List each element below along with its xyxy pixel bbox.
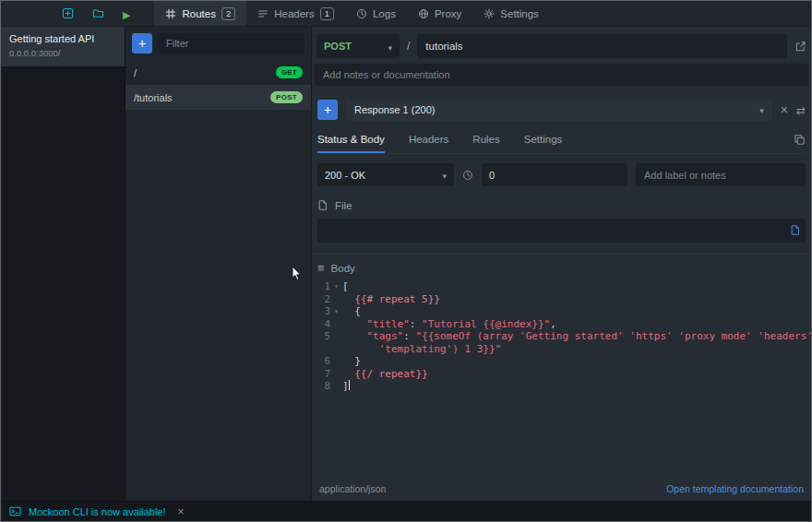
route-path-input[interactable] [417, 34, 787, 58]
editor-line: 8] [312, 380, 811, 393]
tab-routes[interactable]: Routes2 [154, 1, 246, 26]
code-text: } [342, 355, 811, 368]
body-section: Body [312, 254, 811, 274]
mockoon-app-window: Routes2Headers1LogsProxySettings Getting… [0, 0, 812, 522]
code-text: {{/ repeat}} [342, 368, 811, 381]
menu-icon [317, 262, 325, 274]
line-number [312, 343, 330, 356]
code-text: [ [342, 280, 811, 293]
environment-name: Getting started API [9, 33, 116, 44]
environments-sidebar: Getting started API 0.0.0.0:3000/ [1, 27, 125, 501]
fold-gutter [330, 318, 342, 331]
gear-icon [484, 8, 495, 19]
topbar-actions [1, 1, 145, 26]
response-select[interactable]: Response 1 (200) [346, 99, 772, 121]
response-row: + Response 1 (200) [317, 99, 806, 121]
notes-row [315, 64, 808, 86]
fold-gutter [330, 368, 342, 381]
tab-label: Settings [500, 8, 539, 19]
tab-label: Routes [182, 8, 215, 19]
start-server-icon[interactable] [123, 6, 130, 22]
external-link-icon[interactable] [794, 41, 806, 53]
line-number: 1 [312, 280, 330, 293]
latency-input[interactable] [482, 163, 627, 186]
line-number: 2 [312, 293, 330, 306]
statusbar: Mockoon CLI is now available! [1, 501, 811, 521]
line-number: 5 [312, 330, 330, 343]
fold-gutter [330, 343, 342, 356]
content-type-label: application/json [319, 483, 386, 494]
method-select[interactable]: POST [316, 34, 400, 58]
editor-line: 3▾ { [312, 305, 811, 318]
path-separator: / [407, 40, 410, 53]
content-area: Getting started API 0.0.0.0:3000/ + /GET… [1, 27, 811, 501]
response-tab-rules[interactable]: Rules [472, 126, 499, 153]
fold-gutter [330, 293, 342, 306]
response-tabs: Status & BodyHeadersRulesSettings [317, 126, 806, 154]
response-tab-status-body[interactable]: Status & Body [317, 126, 385, 153]
terminal-icon [9, 505, 21, 517]
editor-line: 4 "title": "Tutorial {{@index}}", [312, 318, 811, 331]
route-editor: POST / + Response 1 (200) S [312, 27, 811, 501]
dismiss-announcement-icon[interactable] [178, 506, 185, 517]
tab-badge: 1 [320, 7, 334, 20]
tab-logs[interactable]: Logs [345, 1, 407, 26]
list-icon [257, 8, 269, 19]
add-route-button[interactable]: + [132, 33, 152, 53]
route-item[interactable]: /tutorialsPOST [125, 85, 311, 110]
response-tab-settings[interactable]: Settings [524, 126, 563, 153]
file-section-header: File [317, 199, 806, 211]
file-section-label: File [335, 200, 352, 211]
tab-label: Proxy [435, 8, 461, 19]
fold-arrow-icon[interactable]: ▾ [330, 280, 342, 293]
fold-arrow-icon[interactable]: ▾ [330, 305, 342, 318]
response-select-value: Response 1 (200) [354, 104, 435, 115]
line-number: 8 [312, 380, 330, 393]
route-path: /tutorials [134, 92, 173, 103]
environment-item[interactable]: Getting started API 0.0.0.0:3000/ [1, 27, 125, 66]
method-value: POST [324, 41, 352, 52]
topbar-tabs: Routes2Headers1LogsProxySettings [154, 1, 549, 26]
delete-response-icon[interactable] [781, 101, 788, 118]
file-path-input[interactable] [317, 219, 806, 243]
routes-toolbar: + [125, 27, 311, 60]
add-response-button[interactable]: + [317, 100, 338, 120]
cli-announcement[interactable]: Mockoon CLI is now available! [29, 506, 166, 517]
random-response-icon[interactable] [796, 101, 806, 118]
file-icon [317, 199, 328, 211]
tab-settings[interactable]: Settings [472, 1, 550, 26]
fold-gutter [330, 355, 342, 368]
templating-doc-link[interactable]: Open templating documentation [666, 483, 804, 494]
file-browse-icon[interactable] [790, 224, 801, 236]
line-number: 6 [312, 355, 330, 368]
tab-headers[interactable]: Headers1 [246, 1, 345, 26]
copy-to-clipboard-icon[interactable] [794, 134, 806, 146]
file-input-row [317, 219, 806, 243]
code-editor[interactable]: 1▾[2 {{# repeat 5}}3▾ {4 "title": "Tutor… [312, 280, 811, 480]
method-badge: POST [270, 91, 303, 103]
response-label-input[interactable] [636, 163, 806, 186]
new-environment-icon[interactable] [62, 7, 74, 19]
route-item[interactable]: /GET [125, 60, 311, 85]
text-caret [349, 380, 350, 390]
line-number: 3 [312, 305, 330, 318]
body-section-label: Body [331, 263, 355, 274]
route-path: / [134, 67, 137, 78]
body-section-header: Body [317, 262, 806, 274]
clock-icon [356, 8, 367, 19]
tab-proxy[interactable]: Proxy [407, 1, 472, 26]
globe-icon [418, 8, 429, 19]
editor-line: 'templating') 1 3}}" [312, 343, 811, 356]
tab-label: Logs [373, 8, 396, 19]
response-tab-headers[interactable]: Headers [409, 126, 448, 153]
route-notes-input[interactable] [315, 64, 808, 86]
open-environment-icon[interactable] [92, 7, 104, 19]
editor-line: 6 } [312, 355, 811, 368]
routes-list: /GET/tutorialsPOST [125, 60, 311, 110]
line-number: 4 [312, 318, 330, 331]
editor-footer: application/json Open templating documen… [312, 480, 811, 501]
route-filter-input[interactable] [159, 33, 304, 53]
chevron-down-icon [442, 170, 447, 181]
latency-clock-icon [462, 170, 473, 181]
status-code-select[interactable]: 200 - OK [317, 163, 454, 186]
